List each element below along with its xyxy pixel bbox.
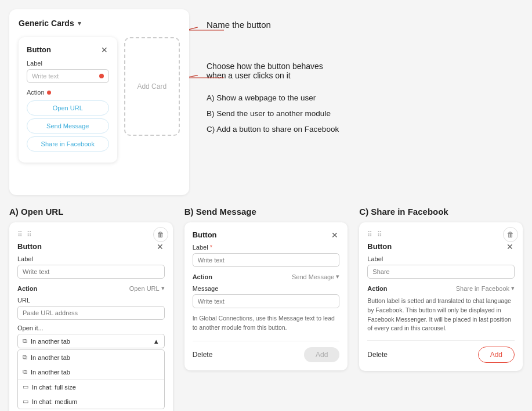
section-a-url-input[interactable] bbox=[17, 306, 165, 320]
section-b-title: Button bbox=[193, 230, 217, 239]
dropdown-item-3[interactable]: ▭ In chat: medium bbox=[18, 394, 164, 409]
section-b-delete-btn[interactable]: Delete bbox=[193, 351, 213, 359]
section-c-delete-btn[interactable]: Delete bbox=[367, 351, 388, 359]
option-b: B) Send the user to another module bbox=[207, 107, 505, 121]
generic-cards-dropdown[interactable]: Generic Cards ▾ bbox=[19, 19, 180, 28]
section-b-col: B) Send Message Button ✕ Label * Action … bbox=[184, 207, 348, 411]
section-b-action-value[interactable]: Send Message ▾ bbox=[292, 273, 339, 280]
bottom-section: A) Open URL 🗑 ⠿ ⠿ Button ✕ Label Action … bbox=[9, 207, 523, 411]
section-a-close-icon[interactable]: ✕ bbox=[157, 243, 165, 251]
section-c-label: C) Share in Facebook bbox=[359, 207, 523, 217]
section-b-footer: Delete Add bbox=[193, 341, 340, 362]
section-a-label-field: Label bbox=[17, 255, 165, 262]
tab-icon-1: ⧉ bbox=[23, 368, 27, 376]
section-c-desc-text: Button label is setted and translated to… bbox=[367, 297, 515, 333]
section-a-action-value[interactable]: Open URL ▾ bbox=[129, 284, 165, 292]
annotation-name-button: Name the button bbox=[207, 20, 505, 30]
section-b-message-label: Message bbox=[193, 285, 340, 292]
section-a-card: 🗑 ⠿ ⠿ Button ✕ Label Action Open URL ▾ U… bbox=[9, 222, 173, 411]
section-b-info-text: In Global Connections, use this Message … bbox=[193, 314, 340, 333]
chat-full-icon: ▭ bbox=[23, 383, 28, 391]
section-c-add-btn[interactable]: Add bbox=[478, 347, 515, 363]
section-c-label-input[interactable] bbox=[367, 265, 515, 279]
open-url-btn[interactable]: Open URL bbox=[27, 100, 109, 116]
section-a-title: Button bbox=[17, 242, 42, 251]
action-required-dot bbox=[47, 91, 51, 95]
dropdown-item-1-text: In another tab bbox=[31, 369, 70, 376]
chevron-down-icon: ▾ bbox=[511, 284, 515, 292]
button-card: Button ✕ Label Write text Action Open UR… bbox=[19, 37, 117, 163]
section-c-trash-btn[interactable]: 🗑 bbox=[503, 227, 518, 242]
section-c-action-label: Action bbox=[367, 285, 387, 292]
section-c-card: 🗑 ⠿ ⠿ Button ✕ Label Action Share in Fac… bbox=[359, 222, 523, 371]
section-b-action-label: Action bbox=[193, 273, 212, 280]
section-b-label-input[interactable] bbox=[193, 253, 340, 267]
label-input[interactable]: Write text bbox=[27, 69, 109, 83]
dropdown-label: Generic Cards bbox=[19, 19, 74, 28]
section-c-footer: Delete Add bbox=[367, 340, 515, 363]
action-label: Action bbox=[27, 89, 109, 96]
option-a: A) Show a webpage to the user bbox=[207, 92, 505, 105]
section-a-dropdown: ⧉ In another tab ⧉ In another tab ▭ In c… bbox=[17, 349, 165, 409]
option-c: C) Add a button to share on Facebook bbox=[207, 123, 505, 136]
section-c-col: C) Share in Facebook 🗑 ⠿ ⠿ Button ✕ Labe… bbox=[359, 207, 523, 411]
annotation-options: A) Show a webpage to the user B) Send th… bbox=[207, 92, 505, 136]
dropdown-item-1[interactable]: ⧉ In another tab bbox=[18, 365, 164, 379]
send-message-btn[interactable]: Send Message bbox=[27, 118, 109, 134]
section-c-title: Button bbox=[367, 242, 392, 251]
card-title: Button bbox=[27, 45, 51, 54]
section-b-card: Button ✕ Label * Action Send Message ▾ M… bbox=[184, 222, 348, 370]
annotations-area: Name the button Choose how the button be… bbox=[189, 9, 523, 195]
dropdown-item-0-text: In another tab bbox=[31, 354, 70, 361]
close-icon[interactable]: ✕ bbox=[101, 46, 109, 54]
dropdown-item-3-text: In chat: medium bbox=[32, 398, 77, 405]
chevron-down-icon: ▾ bbox=[78, 20, 81, 27]
drag-handle-a[interactable]: ⠿ ⠿ bbox=[17, 230, 165, 239]
section-a-label: A) Open URL bbox=[9, 207, 173, 217]
share-facebook-btn[interactable]: Share in Facebook bbox=[27, 136, 109, 152]
tab-icon: ⧉ bbox=[23, 337, 27, 345]
required-dot bbox=[99, 74, 104, 78]
section-a-select-box[interactable]: ⧉ In another tab ▲ bbox=[17, 334, 165, 348]
section-a-trash-btn[interactable]: 🗑 bbox=[153, 227, 168, 242]
section-a-action-label: Action bbox=[17, 285, 37, 292]
add-card-label: Add Card bbox=[137, 82, 167, 91]
cards-row: Button ✕ Label Write text Action Open UR… bbox=[19, 37, 180, 163]
chat-medium-icon: ▭ bbox=[23, 398, 28, 405]
label-field-label: Label bbox=[27, 60, 109, 67]
required-asterisk: * bbox=[210, 244, 212, 251]
add-card-button[interactable]: Add Card bbox=[124, 37, 180, 136]
card-panel: Generic Cards ▾ Button ✕ Label Write tex… bbox=[9, 9, 189, 195]
dropdown-item-0[interactable]: ⧉ In another tab bbox=[18, 350, 164, 365]
section-a-col: A) Open URL 🗑 ⠿ ⠿ Button ✕ Label Action … bbox=[9, 207, 173, 411]
chevron-down-icon: ▾ bbox=[161, 284, 165, 292]
chevron-up-icon: ▲ bbox=[153, 338, 160, 345]
section-b-add-btn[interactable]: Add bbox=[304, 347, 339, 362]
section-b-label: B) Send Message bbox=[184, 207, 348, 217]
section-b-label-field: Label * bbox=[193, 244, 340, 251]
section-b-close-icon[interactable]: ✕ bbox=[331, 231, 339, 239]
tab-icon-0: ⧉ bbox=[23, 354, 27, 361]
section-a-selected-value: In another tab bbox=[31, 338, 70, 345]
section-a-url-label: URL bbox=[17, 297, 165, 304]
section-c-action-value[interactable]: Share in Facebook ▾ bbox=[456, 284, 515, 292]
section-a-label-input[interactable] bbox=[17, 265, 165, 279]
section-c-close-icon[interactable]: ✕ bbox=[506, 243, 515, 251]
section-c-label-field: Label bbox=[367, 255, 515, 262]
section-b-message-input[interactable] bbox=[193, 294, 340, 308]
chevron-down-icon: ▾ bbox=[336, 273, 339, 280]
drag-handle-c[interactable]: ⠿ ⠿ bbox=[367, 230, 515, 239]
label-placeholder: Write text bbox=[32, 73, 59, 80]
section-a-open-label: Open it... bbox=[17, 325, 165, 331]
dropdown-item-2-text: In chat: full size bbox=[32, 384, 76, 391]
dropdown-item-2[interactable]: ▭ In chat: full size bbox=[18, 380, 164, 394]
annotation-behavior: Choose how the button behaves when a use… bbox=[207, 62, 505, 80]
